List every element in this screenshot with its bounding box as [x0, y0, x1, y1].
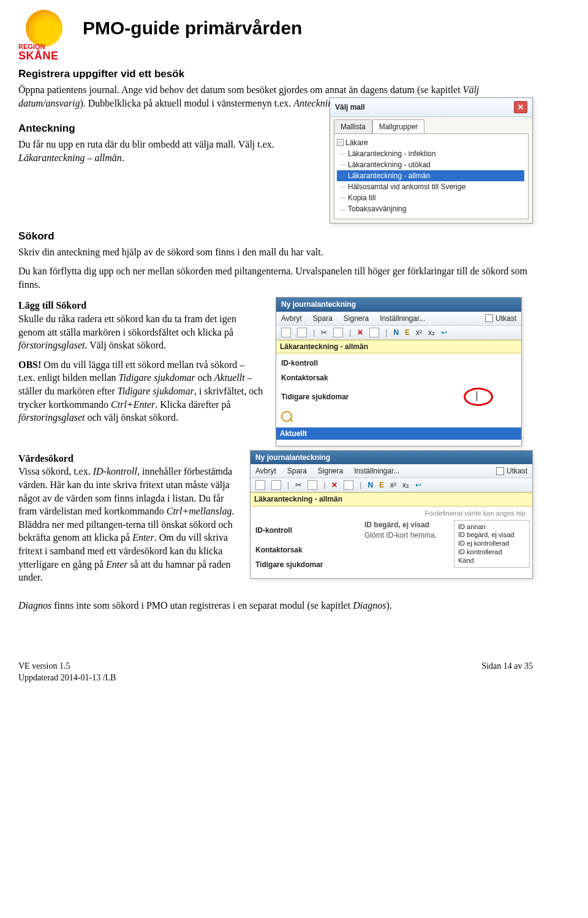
page-title: PMO-guide primärvården: [83, 16, 302, 41]
heading-register: Registrera uppgifter vid ett besök: [18, 67, 533, 81]
menu-installningar[interactable]: Inställningar...: [380, 314, 425, 323]
toolbar-icon[interactable]: [281, 328, 291, 337]
tree-root-lakare[interactable]: −Läkare: [337, 138, 524, 148]
subscript-icon[interactable]: x₂: [402, 480, 409, 490]
field-kontaktorsak: Kontaktorsak: [281, 373, 385, 383]
menu-spara[interactable]: Spara: [287, 466, 307, 476]
heading-lagg: Lägg till Sökord: [18, 300, 86, 310]
template-tree: −Läkare Läkaranteckning - infektion Läka…: [334, 134, 529, 219]
toolbar-icon[interactable]: [344, 480, 353, 490]
field-tidigare-sjukdomar: Tidigare sjukdomar: [255, 560, 360, 570]
footer-version: VE version 1.5: [18, 661, 116, 672]
paragraph-diagnos: Diagnos finns inte som sökord i PMO utan…: [18, 599, 533, 612]
superscript-icon[interactable]: x²: [390, 480, 396, 490]
field-kontaktorsak: Kontaktorsak: [255, 545, 360, 555]
tree-item[interactable]: Tobaksavvänjning: [337, 203, 524, 214]
toolbar-icon[interactable]: [369, 328, 379, 337]
window-title: Ny journalanteckning: [251, 451, 532, 464]
value-option[interactable]: ID annan: [458, 523, 526, 532]
heading-anteckning: Anteckning: [18, 122, 317, 136]
template-band: Läkaranteckning - allmän: [251, 492, 532, 506]
tree-item[interactable]: Läkaranteckning - infektion: [337, 148, 524, 159]
field-value: ID begärd, ej visad Glömt ID-kort hemma.: [364, 520, 437, 540]
cursor-highlight-circle: [464, 388, 493, 406]
dialog-title: Välj mall: [335, 102, 365, 112]
subscript-icon[interactable]: x₂: [428, 328, 435, 337]
paragraph-sokord2: Du kan förflytta dig upp och ner mellan …: [18, 265, 533, 291]
tree-item[interactable]: Hälsosamtal vid ankomst till Sverige: [337, 181, 524, 192]
value-list-popup[interactable]: ID annan ID begärd, ej visad ID ej kontr…: [454, 520, 530, 568]
field-id-kontroll: ID-kontroll: [281, 358, 385, 368]
value-option[interactable]: Känd: [458, 557, 526, 565]
emphasis-icon[interactable]: E: [379, 480, 384, 490]
toolbar-icon[interactable]: [255, 480, 265, 490]
paragraph-obs: OBS! Om du vill lägga till ett sökord me…: [18, 358, 263, 424]
paragraph-lagg: Lägg till Sökord Skulle du råka radera e…: [18, 299, 263, 352]
field-id-kontroll: ID-kontroll: [255, 525, 360, 535]
menu-spara[interactable]: Spara: [313, 314, 333, 323]
paragraph-sokord1: Skriv din anteckning med hjälp av de sök…: [18, 246, 533, 259]
tab-mallgrupper[interactable]: Mallgrupper: [372, 119, 424, 134]
heading-varde: Värdesökord: [18, 453, 74, 464]
cut-icon[interactable]: ✂: [321, 328, 327, 337]
region-skane-logo: REGION SKÅNE: [18, 12, 70, 61]
utkast-checkbox[interactable]: Utkast: [485, 314, 516, 323]
close-icon[interactable]: ✕: [514, 101, 527, 113]
menu-signera[interactable]: Signera: [344, 314, 369, 323]
field-aktuellt[interactable]: Aktuellt: [280, 429, 384, 438]
delete-icon[interactable]: ✕: [331, 480, 337, 490]
page-footer: VE version 1.5 Uppdaterad 2014-01-13 /LB…: [18, 661, 533, 684]
value-option[interactable]: ID ej kontrollerad: [458, 540, 526, 548]
toolbar-icon[interactable]: [333, 328, 343, 337]
journal-window-2: Ny journalanteckning Avbryt Spara Signer…: [250, 450, 533, 579]
normal-text-icon[interactable]: N: [368, 480, 373, 490]
menu-avbryt[interactable]: Avbryt: [255, 466, 276, 476]
logo-skane-text: SKÅNE: [18, 50, 59, 62]
paragraph-anteckning: Du får nu upp en ruta där du blir ombedd…: [18, 138, 317, 164]
utkast-checkbox[interactable]: Utkast: [496, 466, 527, 476]
undo-icon[interactable]: ↩: [415, 480, 421, 490]
superscript-icon[interactable]: x²: [416, 328, 422, 337]
footer-updated: Uppdaterad 2014-01-13 /LB: [18, 672, 116, 684]
menu-installningar[interactable]: Inställningar...: [354, 466, 399, 476]
heading-sokord: Sökord: [18, 230, 533, 244]
undo-icon[interactable]: ↩: [441, 328, 447, 337]
template-band: Läkaranteckning - allmän: [276, 340, 521, 353]
value-option[interactable]: ID begärd, ej visad: [458, 531, 526, 540]
formatting-toolbar: | ✂ | ✕ | N E x² x₂ ↩: [276, 326, 521, 340]
footer-page-number: Sidan 14 av 35: [481, 661, 533, 684]
page-header: REGION SKÅNE PMO-guide primärvården: [18, 12, 533, 61]
toolbar-icon[interactable]: [307, 480, 317, 490]
emphasis-icon[interactable]: E: [405, 328, 410, 337]
delete-icon[interactable]: ✕: [357, 328, 363, 337]
menu-signera[interactable]: Signera: [318, 466, 343, 476]
toolbar-icon[interactable]: [271, 480, 281, 490]
tree-item-selected[interactable]: Läkaranteckning - allmän: [337, 170, 524, 181]
tree-item[interactable]: Kopia till: [337, 192, 524, 203]
window-title: Ny journalanteckning: [276, 298, 521, 311]
field-tidigare-sjukdomar: Tidigare sjukdomar: [281, 392, 385, 402]
tree-item[interactable]: Läkaranteckning - utökad: [337, 159, 524, 170]
journal-window-1: Ny journalanteckning Avbryt Spara Signer…: [276, 297, 522, 446]
tab-mallista[interactable]: Mallista: [334, 119, 372, 134]
toolbar-icon[interactable]: [297, 328, 307, 337]
value-option[interactable]: ID kontrollerad: [458, 548, 526, 557]
cut-icon[interactable]: ✂: [295, 480, 301, 490]
valj-mall-dialog: Välj mall ✕ Mallista Mallgrupper −Läkare…: [330, 97, 533, 224]
normal-text-icon[interactable]: N: [393, 328, 399, 337]
formatting-toolbar: | ✂ | ✕ | N E x² x₂ ↩: [251, 478, 532, 492]
magnifier-icon[interactable]: [281, 411, 292, 422]
predefined-hint: Fördefinierat värde kan anges här.: [255, 509, 527, 518]
paragraph-varde: Värdesökord Vissa sökord, t.ex. ID-kontr…: [18, 452, 238, 584]
menu-avbryt[interactable]: Avbryt: [281, 314, 302, 323]
